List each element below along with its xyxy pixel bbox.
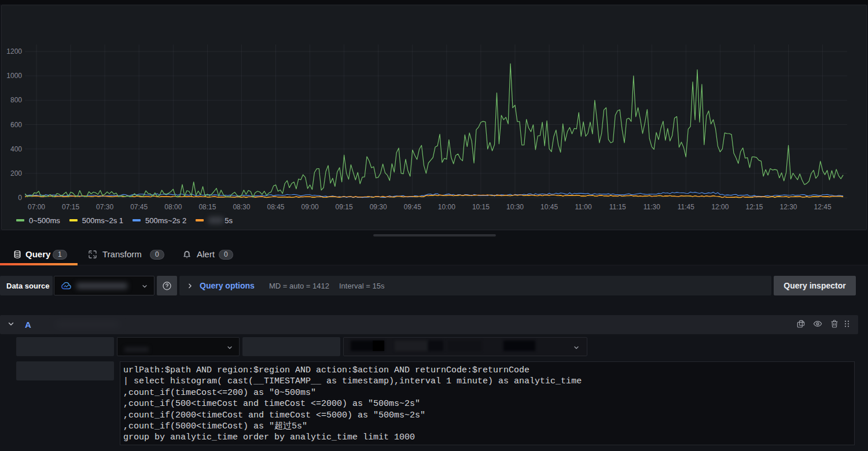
svg-text:11:45: 11:45 xyxy=(678,203,694,211)
svg-text:600: 600 xyxy=(10,121,22,129)
svg-text:1200: 1200 xyxy=(6,47,22,56)
svg-text:09:15: 09:15 xyxy=(336,203,353,211)
svg-text:08:15: 08:15 xyxy=(198,203,216,211)
svg-text:07:45: 07:45 xyxy=(130,203,148,211)
svg-text:08:30: 08:30 xyxy=(233,203,250,211)
svg-text:12:45: 12:45 xyxy=(814,203,832,211)
svg-text:400: 400 xyxy=(10,145,22,153)
svg-text:10:45: 10:45 xyxy=(540,203,558,211)
svg-text:10:30: 10:30 xyxy=(506,203,524,211)
svg-text:07:30: 07:30 xyxy=(96,203,113,211)
svg-text:1000: 1000 xyxy=(6,72,22,80)
svg-text:09:00: 09:00 xyxy=(301,203,319,211)
svg-text:11:15: 11:15 xyxy=(609,203,626,211)
svg-text:10:00: 10:00 xyxy=(438,203,455,211)
svg-text:11:30: 11:30 xyxy=(643,203,660,211)
svg-text:10:15: 10:15 xyxy=(472,203,490,211)
svg-text:07:00: 07:00 xyxy=(28,203,45,211)
svg-text:12:00: 12:00 xyxy=(711,203,729,211)
svg-text:0: 0 xyxy=(18,194,22,202)
svg-text:08:45: 08:45 xyxy=(267,203,284,211)
svg-text:12:15: 12:15 xyxy=(745,203,763,211)
svg-text:11:00: 11:00 xyxy=(575,203,592,211)
svg-text:09:45: 09:45 xyxy=(404,203,421,211)
svg-text:09:30: 09:30 xyxy=(370,203,387,211)
svg-text:07:15: 07:15 xyxy=(62,203,79,211)
svg-text:800: 800 xyxy=(10,96,22,104)
svg-text:12:30: 12:30 xyxy=(779,203,797,211)
svg-text:200: 200 xyxy=(10,169,22,178)
svg-text:08:00: 08:00 xyxy=(164,203,182,211)
